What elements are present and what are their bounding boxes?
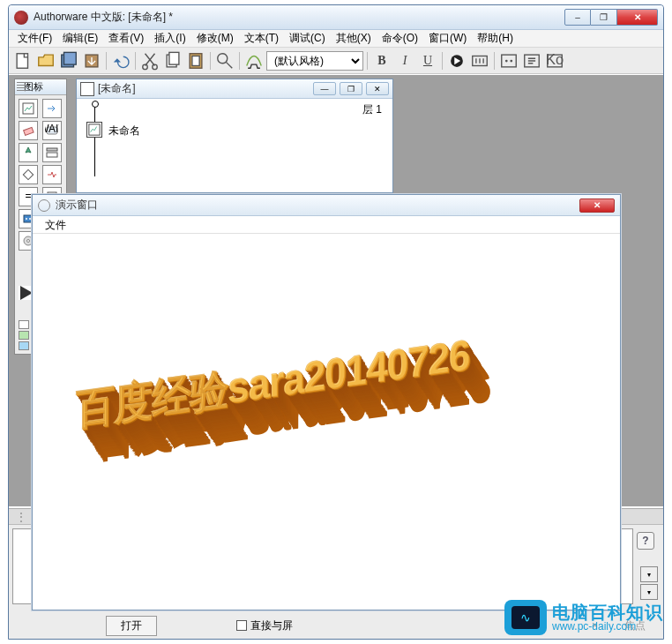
svg-rect-9 — [192, 56, 199, 65]
style-select[interactable]: (默认风格) — [266, 51, 363, 71]
help-button[interactable]: ? — [637, 532, 654, 550]
minimize-button[interactable]: – — [564, 9, 591, 26]
navigate-icon[interactable] — [19, 143, 38, 162]
interaction-icon[interactable] — [42, 165, 62, 184]
app-icon — [14, 11, 28, 25]
3d-text-display: 百度经验sara20140726百度经验sara20140726百度经验sara… — [77, 304, 597, 481]
flow-node[interactable] — [86, 122, 102, 138]
checkbox-label: 直接与屏 — [250, 618, 293, 633]
menu-modify[interactable]: 修改(M) — [191, 29, 239, 48]
flow-node-label[interactable]: 未命名 — [108, 124, 140, 139]
save-all-button[interactable] — [58, 50, 79, 71]
separator — [367, 52, 368, 70]
toolbar: (默认风格) B I U Ko — [9, 48, 663, 74]
menu-other[interactable]: 其他(X) — [331, 29, 377, 48]
open-button[interactable] — [35, 50, 56, 71]
svg-rect-24 — [47, 153, 57, 157]
motion-icon[interactable] — [42, 99, 62, 118]
color-swatch-5[interactable] — [19, 341, 29, 350]
display-icon[interactable] — [19, 99, 38, 118]
import-button[interactable] — [81, 50, 102, 71]
presentation-body: 百度经验sara20140726百度经验sara20140726百度经验sara… — [33, 234, 620, 610]
knowledge-button[interactable]: Ko — [544, 50, 565, 71]
menu-window[interactable]: 窗口(W) — [423, 29, 472, 48]
svg-point-32 — [27, 240, 30, 243]
svg-rect-25 — [23, 169, 33, 179]
menu-command[interactable]: 命令(O) — [377, 29, 423, 48]
bold-button[interactable]: B — [371, 50, 392, 71]
dropdown-1[interactable]: ▾ — [640, 566, 658, 582]
presentation-file-menu[interactable]: 文件 — [40, 217, 71, 233]
copy-button[interactable] — [162, 50, 183, 71]
svg-point-30 — [29, 218, 31, 220]
pulse-icon: ∿ — [520, 610, 531, 625]
find-button[interactable] — [214, 50, 235, 71]
svg-rect-20 — [24, 127, 34, 135]
menu-debug[interactable]: 调试(C) — [284, 29, 331, 48]
separator — [135, 52, 136, 70]
svg-rect-2 — [64, 52, 77, 64]
text-style-button[interactable] — [243, 50, 265, 71]
separator — [442, 52, 443, 70]
direct-screen-checkbox[interactable]: 直接与屏 — [236, 618, 293, 633]
separator — [106, 52, 107, 70]
menu-help[interactable]: 帮助(H) — [472, 29, 519, 48]
maximize-button[interactable]: ❐ — [591, 9, 617, 26]
svg-rect-35 — [89, 124, 100, 135]
doc-maximize-button[interactable]: ❐ — [340, 82, 362, 95]
watermark-badge: ∿ — [504, 600, 547, 635]
menu-edit[interactable]: 编辑(E) — [57, 29, 103, 48]
flow-start-handle[interactable] — [89, 102, 100, 109]
doc-minimize-button[interactable]: — — [313, 82, 336, 95]
paste-button[interactable] — [185, 50, 206, 71]
svg-point-29 — [26, 218, 27, 220]
undo-button[interactable] — [110, 50, 131, 71]
framework-icon[interactable] — [42, 143, 62, 162]
doc-titlebar[interactable]: [未命名] — ❐ ✕ — [77, 79, 392, 99]
separator — [494, 52, 495, 70]
new-button[interactable] — [12, 50, 34, 71]
functions-button[interactable] — [498, 50, 519, 71]
doc-body[interactable]: 层 1 未命名 — [77, 99, 392, 192]
open-button-bottom[interactable]: 打开 — [106, 616, 157, 636]
window-controls: – ❐ ✕ — [564, 9, 658, 26]
menu-text[interactable]: 文本(T) — [239, 29, 284, 48]
svg-rect-13 — [502, 55, 517, 67]
presentation-window[interactable]: 演示窗口 ✕ 文件 百度经验sara20140726百度经验sara201407… — [32, 194, 621, 610]
erase-icon[interactable] — [19, 121, 38, 140]
close-button[interactable]: ✕ — [617, 9, 658, 26]
color-swatch-1[interactable] — [19, 320, 29, 329]
dropdown-2[interactable]: ▾ — [640, 584, 658, 600]
presentation-icon — [38, 199, 50, 212]
underline-button[interactable]: U — [417, 50, 438, 71]
decision-icon[interactable] — [19, 165, 38, 184]
menubar: 文件(F) 编辑(E) 查看(V) 插入(I) 修改(M) 文本(T) 调试(C… — [9, 30, 663, 48]
run-button[interactable] — [446, 50, 467, 71]
titlebar: Authorware 中文版: [未命名] * – ❐ ✕ — [9, 5, 663, 30]
doc-close-button[interactable]: ✕ — [366, 82, 389, 95]
menu-file[interactable]: 文件(F) — [12, 29, 57, 48]
svg-text:=: = — [25, 190, 31, 202]
window-title: Authorware 中文版: [未命名] * — [34, 10, 564, 25]
palette-title[interactable]: 图标 — [15, 79, 66, 95]
doc-icon — [80, 82, 94, 96]
watermark-cn: 电脑百科知识 — [552, 603, 663, 621]
variables-button[interactable] — [521, 50, 542, 71]
svg-point-15 — [510, 59, 512, 62]
control-panel-button[interactable] — [469, 50, 490, 71]
menu-insert[interactable]: 插入(I) — [149, 29, 190, 48]
svg-rect-0 — [17, 53, 27, 68]
separator — [239, 52, 240, 70]
wait-icon[interactable]: WAIT — [42, 121, 62, 140]
svg-text:Ko: Ko — [546, 51, 564, 67]
checkbox-box[interactable] — [236, 620, 247, 631]
cut-button[interactable] — [139, 50, 161, 71]
menu-view[interactable]: 查看(V) — [103, 29, 149, 48]
italic-button[interactable]: I — [394, 50, 415, 71]
svg-text:WAIT: WAIT — [45, 124, 59, 135]
presentation-titlebar[interactable]: 演示窗口 ✕ — [33, 195, 620, 216]
color-swatch-3[interactable] — [19, 331, 29, 340]
presentation-close-button[interactable]: ✕ — [579, 198, 615, 213]
presentation-menubar: 文件 — [33, 216, 620, 234]
flowline-window[interactable]: [未命名] — ❐ ✕ 层 1 未命名 — [76, 79, 393, 193]
